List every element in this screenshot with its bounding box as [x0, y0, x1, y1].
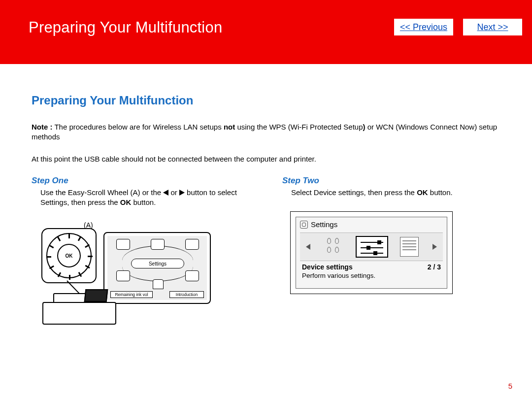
page-count: 2 / 3	[428, 263, 441, 271]
device-settings-icon	[356, 236, 388, 258]
wheel-tick	[69, 275, 70, 280]
gear-icon	[300, 221, 308, 229]
section-heading: Preparing Your Multifunction	[32, 94, 503, 107]
note-part2: using the WPS (Wi-Fi Protected Setup	[235, 123, 363, 131]
menu-item-icon	[151, 239, 165, 250]
printer-icon	[42, 287, 126, 325]
step-two-column: Step Two Select Device settings, then pr…	[282, 176, 503, 325]
right-arrow-icon	[179, 190, 185, 196]
selected-item-desc: Perform various settings.	[300, 272, 443, 279]
carousel-right-icon	[432, 244, 437, 250]
page-number: 5	[508, 382, 512, 390]
step-two-t2: button.	[428, 188, 453, 197]
note-part1: The procedures below are for Wireless LA…	[53, 123, 224, 131]
screen-inner-frame: Settings	[296, 217, 447, 289]
step-two-body: Select Device settings, then press the O…	[282, 188, 503, 198]
step-two-illustration: Settings	[290, 211, 503, 294]
step-one-label: Step One	[32, 176, 253, 186]
header-band: Preparing Your Multifunction << Previous…	[0, 0, 532, 64]
step-two-label: Step Two	[282, 176, 503, 186]
note-bold1: not	[224, 123, 235, 131]
step-one-body: Use the Easy-Scroll Wheel (A) or the or …	[32, 188, 253, 208]
step-one-t4: button.	[131, 198, 156, 206]
settings-title-text: Settings	[311, 220, 337, 229]
wheel-tick	[68, 233, 70, 238]
step-one-illustration: (A) OK	[39, 221, 217, 325]
note-prefix: Note :	[32, 123, 53, 131]
document-icon	[400, 237, 419, 257]
printer-body	[42, 302, 116, 325]
nav-next-box: Next >>	[463, 19, 522, 35]
step-one-column: Step One Use the Easy-Scroll Wheel (A) o…	[32, 176, 253, 325]
menu-item-icon	[185, 270, 199, 281]
step-one-t1: Use the Easy-Scroll Wheel (A) or the	[40, 188, 163, 197]
nav-previous-link[interactable]: << Previous	[400, 22, 447, 33]
menu-item-icon	[116, 239, 130, 250]
wheel-tick	[88, 256, 93, 257]
note-block: Note : The procedures below are for Wire…	[32, 122, 503, 142]
selected-item-label: Device settings	[302, 263, 353, 271]
step-one-ok: OK	[120, 198, 132, 206]
screen-outer-frame: Settings	[290, 211, 453, 294]
bottom-center-icon	[153, 279, 164, 289]
scroll-wheel-icon: OK	[41, 228, 97, 283]
step-two-t1: Select Device settings, then press the	[291, 188, 417, 197]
settings-label-row: Device settings 2 / 3	[300, 263, 443, 271]
ink-level-icon	[324, 237, 344, 257]
intro-line: At this point the USB cable should not b…	[32, 154, 503, 164]
settings-chip: Settings	[131, 259, 184, 268]
nav-previous-box: << Previous	[394, 19, 453, 35]
step-two-ok: OK	[417, 188, 428, 197]
wheel-ok-button-icon: OK	[57, 244, 81, 267]
menu-item-icon	[116, 270, 130, 281]
wheel-tick	[46, 256, 51, 258]
left-arrow-icon	[163, 190, 168, 196]
settings-carousel	[300, 233, 443, 261]
steps-columns: Step One Use the Easy-Scroll Wheel (A) o…	[32, 176, 503, 325]
carousel-left-icon	[306, 244, 310, 250]
menu-item-icon	[185, 239, 199, 250]
settings-screen-title: Settings	[300, 220, 443, 229]
nav-next-link[interactable]: Next >>	[477, 22, 508, 33]
content-area: Preparing Your Multifunction Note : The …	[0, 64, 532, 325]
header-title: Preparing Your Multifunction	[29, 19, 222, 36]
printer-mini-screen	[84, 289, 108, 302]
step-one-t2: or	[168, 188, 179, 197]
introduction-button: Introduction	[169, 291, 204, 298]
